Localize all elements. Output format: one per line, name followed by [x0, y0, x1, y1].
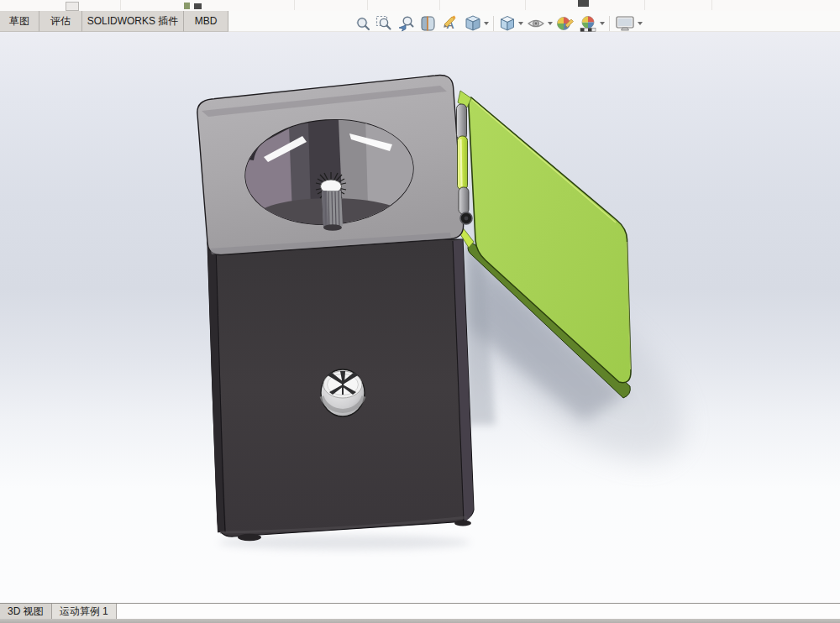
previous-view-button[interactable] [395, 13, 417, 34]
chevron-down-icon[interactable] [518, 22, 523, 25]
section-view-button[interactable] [417, 13, 439, 34]
zoom-to-fit-icon [354, 14, 372, 33]
toolbar-separator [493, 16, 494, 31]
study-tab-bar-filler [117, 604, 840, 620]
chevron-down-icon[interactable] [484, 22, 489, 25]
screw[interactable] [321, 369, 365, 416]
tab-evaluate[interactable]: 评估 [39, 11, 82, 32]
study-tab-bar: 3D 视图 运动算例 1 [0, 603, 840, 620]
previous-view-icon [396, 14, 416, 33]
annotation-views-button[interactable]: A [440, 13, 462, 34]
hide-show-items-icon [526, 14, 546, 33]
tab-sketch[interactable]: 草图 [0, 11, 39, 32]
tab-mbd[interactable]: MBD [184, 11, 228, 32]
headsup-toolbar: A [353, 13, 643, 34]
toolbar-separator [711, 0, 712, 10]
solidworks-window: 草图 评估 SOLIDWORKS 插件 MBD [0, 0, 840, 623]
tab-solidworks-addins[interactable]: SOLIDWORKS 插件 [82, 11, 184, 32]
graphics-area[interactable] [0, 32, 840, 603]
hide-show-items-button[interactable] [525, 13, 554, 34]
view-orientation-button[interactable] [463, 13, 490, 34]
tab-3d-views[interactable]: 3D 视图 [0, 604, 52, 620]
window-bottom-edge [0, 619, 840, 623]
display-style-icon [498, 14, 517, 33]
apply-scene-icon [578, 14, 598, 33]
edit-appearance-button[interactable] [554, 13, 576, 34]
toolbar-separator [525, 0, 526, 10]
clipped-toolbar-icon [184, 3, 190, 9]
view-settings-icon [614, 14, 636, 33]
edit-appearance-icon [555, 14, 575, 33]
annotation-views-icon: A [441, 14, 461, 33]
zoom-to-area-icon [375, 14, 393, 33]
chevron-down-icon[interactable] [638, 22, 643, 25]
toolbar-separator [439, 0, 440, 10]
display-style-button[interactable] [497, 13, 524, 34]
model-sharpener-assembly[interactable] [0, 32, 840, 603]
chevron-down-icon[interactable] [548, 22, 553, 25]
foot-right [454, 520, 471, 526]
zoom-to-area-button[interactable] [374, 13, 394, 34]
section-view-icon [418, 14, 438, 33]
toolbar-separator [294, 0, 295, 10]
view-orientation-icon [464, 14, 482, 33]
chevron-down-icon[interactable] [600, 22, 605, 25]
clipped-toolbar-icon [194, 3, 202, 9]
ribbon-overflow-strip [0, 0, 840, 12]
toolbar-separator [609, 16, 610, 31]
foot-left [238, 534, 261, 541]
clipped-toolbar-icon [578, 0, 589, 7]
toolbar-separator [120, 0, 121, 10]
apply-scene-button[interactable] [577, 13, 606, 34]
tab-motion-study-1[interactable]: 运动算例 1 [52, 604, 117, 620]
toolbar-separator [644, 0, 645, 10]
zoom-to-fit-button[interactable] [353, 13, 373, 34]
toolbar-separator [367, 0, 368, 10]
view-settings-button[interactable] [613, 13, 643, 34]
clipped-toolbar-button [66, 2, 79, 11]
